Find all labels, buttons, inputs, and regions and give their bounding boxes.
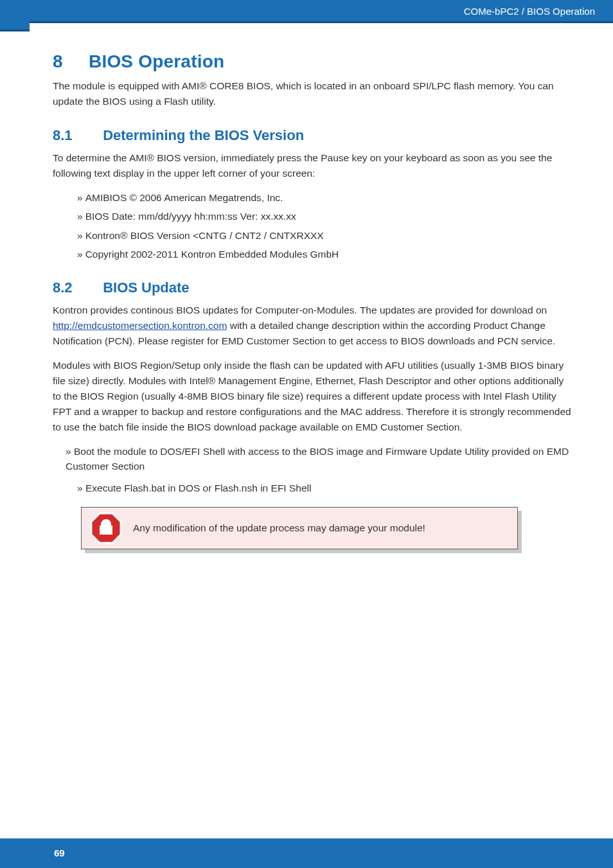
subsection-number-81: 8.1 — [53, 127, 99, 144]
section-intro: The module is equipped with AMI® CORE8 B… — [53, 78, 574, 109]
list-81: »AMIBIOS © 2006 American Megatrends, Inc… — [77, 190, 574, 261]
page-number: 69 — [54, 838, 65, 868]
section-heading: 8 BIOS Operation — [53, 51, 574, 72]
subsection-heading-81: 8.1 Determining the BIOS Version — [53, 127, 574, 144]
list-item-text: Kontron® BIOS Version <CNTG / CNT2 / CNT… — [85, 230, 324, 241]
subsection-number-82: 8.2 — [53, 279, 99, 296]
list-item: » Execute Flash.bat in DOS or Flash.nsh … — [77, 481, 574, 495]
paragraph-82-1: Kontron provides continous BIOS updates … — [53, 303, 574, 349]
list-item: »Kontron® BIOS Version <CNTG / CNT2 / CN… — [77, 228, 574, 243]
warning-callout: Any modification of the update process m… — [81, 507, 518, 549]
breadcrumb: COMe-bPC2 / BIOS Operation — [464, 0, 595, 23]
emd-link[interactable]: http://emdcustomersection.kontron.com — [53, 320, 227, 331]
stop-icon — [89, 511, 123, 545]
callout-text: Any modification of the update process m… — [133, 522, 425, 534]
footer-bar — [0, 838, 613, 868]
list-item-text: Boot the module to DOS/EFI Shell with ac… — [66, 446, 569, 472]
callout-box: Any modification of the update process m… — [81, 507, 518, 549]
content-area: 8 BIOS Operation The module is equipped … — [53, 51, 574, 549]
list-item-text: BIOS Date: mm/dd/yyyy hh:mm:ss Ver: xx.x… — [85, 211, 296, 222]
list-item: »Copyright 2002-2011 Kontron Embedded Mo… — [77, 247, 574, 261]
subsection-heading-82: 8.2 BIOS Update — [53, 279, 574, 296]
list-item-text: Copyright 2002-2011 Kontron Embedded Mod… — [85, 249, 339, 260]
paragraph-text: Kontron provides continous BIOS updates … — [53, 305, 547, 315]
list-item: »AMIBIOS © 2006 American Megatrends, Inc… — [77, 190, 574, 205]
step-list-82: » Boot the module to DOS/EFI Shell with … — [66, 444, 574, 495]
section-title: BIOS Operation — [89, 51, 224, 71]
header-left-tab — [0, 0, 30, 30]
list-item: » Boot the module to DOS/EFI Shell with … — [66, 444, 574, 474]
paragraph-82-2: Modules with BIOS Region/Setup only insi… — [53, 358, 574, 435]
list-item-text: Execute Flash.bat in DOS or Flash.nsh in… — [85, 483, 312, 493]
list-item: »BIOS Date: mm/dd/yyyy hh:mm:ss Ver: xx.… — [77, 209, 574, 224]
subsection-title-81: Determining the BIOS Version — [103, 127, 304, 143]
paragraph-81: To determine the AMI® BIOS version, imme… — [53, 150, 574, 181]
list-item-text: AMIBIOS © 2006 American Megatrends, Inc. — [85, 192, 283, 203]
section-number: 8 — [53, 51, 84, 72]
subsection-title-82: BIOS Update — [103, 279, 189, 296]
page-root: COMe-bPC2 / BIOS Operation 8 BIOS Operat… — [0, 0, 613, 868]
